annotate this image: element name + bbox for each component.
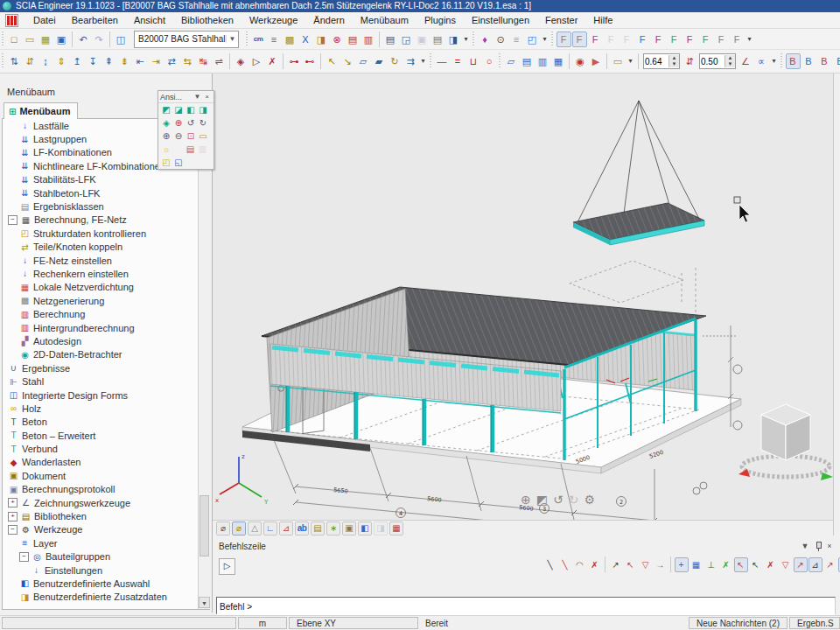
tree-item-label[interactable]: Werkzeuge (34, 524, 82, 535)
tree-item-label[interactable]: Ergebnisse (22, 363, 70, 374)
tree-item-label[interactable]: Integrierte Design Forms (22, 390, 128, 401)
tree-item[interactable]: ▥Berechnung (3, 307, 209, 320)
menu-hilfe[interactable]: Hilfe (585, 12, 620, 28)
scale-angle-icon[interactable]: ∠ (738, 53, 753, 69)
tree-item[interactable]: ▦Lokale Netzverdichtung (3, 281, 209, 294)
tree-item-label[interactable]: Bauteilgruppen (46, 551, 110, 562)
visibility-icon[interactable]: ◉ (573, 53, 588, 69)
tree-item[interactable]: −◎Bauteilgruppen (3, 550, 209, 564)
mesh-display-icon[interactable]: ∗ (326, 522, 340, 536)
label-beam-2-icon[interactable]: B (802, 53, 816, 69)
menu-einstellungen[interactable]: Einstellungen (464, 12, 537, 28)
orbit-tool-icon[interactable]: ↺ (553, 493, 564, 507)
close-icon[interactable]: × (823, 542, 836, 550)
select-by-property-icon[interactable]: ◈ (234, 53, 248, 69)
tree-item-label[interactable]: Benutzerdefinierte Zusatzdaten (33, 592, 167, 602)
scale-spinner-1[interactable]: ▲▼ (643, 53, 680, 69)
snap-mode-7-icon[interactable]: ↗ (823, 557, 837, 572)
render-mode-2-icon[interactable]: ◨ (374, 522, 388, 536)
snap-mode-6-icon[interactable]: ⊿ (808, 557, 822, 572)
undo-icon[interactable]: ↶ (76, 32, 91, 47)
tree-item[interactable]: −▦Berechnung, FE-Netz (3, 214, 209, 227)
status-messages-button[interactable]: Neue Nachrichten (2) (689, 617, 788, 629)
tree-item[interactable]: ⇊Stabilitäts-LFK (3, 173, 209, 186)
spin-down-icon[interactable]: ▼ (725, 61, 735, 67)
label-beam-4-icon[interactable]: B (833, 53, 840, 69)
draw-parallel-icon[interactable]: = (451, 53, 466, 69)
gallery-icon[interactable]: ▤ (430, 32, 445, 47)
copy-attr-3-icon[interactable]: ▥ (536, 53, 550, 69)
tree-item-label[interactable]: Wanderlasten (22, 457, 80, 467)
tree-item[interactable]: TBeton (3, 416, 209, 429)
tree-item-label[interactable]: Lastfälle (33, 121, 69, 131)
tree-item-label[interactable]: Stahl (22, 376, 44, 387)
tree-item-label[interactable]: Strukturdaten kontrollieren (33, 228, 146, 239)
chevron-down-icon[interactable]: ▼ (226, 35, 238, 43)
toolbar-grip[interactable] (2, 32, 4, 47)
more-icon[interactable]: ▾ (746, 32, 754, 47)
tree-item[interactable]: ↓Einstellungen (3, 564, 209, 577)
snap-mode-4-icon[interactable]: ▽ (779, 557, 793, 572)
light-icon[interactable]: ☼ (161, 144, 172, 155)
text-display-icon[interactable]: ab (295, 522, 309, 536)
hotkey-icon[interactable]: ♦ (478, 32, 493, 47)
tree-item[interactable]: +∠Zeichnungswerkzeuge (3, 496, 209, 509)
view-palette-header[interactable]: Ansi... ▼ × (158, 91, 214, 103)
link-icon[interactable]: ⊶ (287, 53, 302, 69)
tree-item[interactable]: ◫Integrierte Design Forms (3, 388, 209, 402)
view-flag-8-icon[interactable]: F (667, 32, 682, 47)
toolbar-grip[interactable] (2, 53, 4, 69)
menu-bibliotheken[interactable]: Bibliotheken (173, 12, 242, 28)
new-document-icon[interactable]: □ (7, 32, 22, 47)
connect-icon[interactable]: ⇌ (212, 53, 227, 69)
scale-spinner-1-input[interactable] (644, 57, 668, 66)
view-settings-icon[interactable]: ⚙ (584, 493, 595, 507)
tree-item-label[interactable]: Rechenkern einstellen (33, 269, 129, 279)
tree-item[interactable]: ▣Dokument (3, 469, 209, 482)
zoom-in-icon[interactable]: ⊕ (161, 130, 172, 142)
node-display-icon[interactable]: △ (248, 522, 262, 536)
tree-item-label[interactable]: Berechnung, FE-Netz (34, 214, 127, 225)
more-icon[interactable]: ▾ (541, 32, 550, 47)
copy-attr-1-icon[interactable]: ▱ (504, 53, 519, 69)
rotate-left-icon[interactable]: ↺ (186, 117, 197, 129)
chevron-down-icon[interactable]: ▼ (192, 93, 202, 101)
tree-item-label[interactable]: FE-Netz einstellen (33, 256, 112, 266)
surface-display-icon[interactable]: ▤ (311, 522, 325, 536)
clip-box-icon[interactable]: ◰ (161, 157, 172, 168)
snap-arc-icon[interactable]: ◠ (573, 557, 587, 572)
spin-up-icon[interactable]: ▲ (669, 55, 679, 61)
view-flag-11-icon[interactable]: F (714, 32, 729, 47)
clipboard-icon[interactable]: ◨ (314, 32, 329, 47)
menu-ndern[interactable]: Ändern (305, 12, 352, 28)
tree-item-label[interactable]: Benutzerdefinierte Auswahl (33, 578, 150, 589)
detached-roof-panel[interactable] (573, 101, 704, 245)
axes-display-icon[interactable]: ∟ (263, 522, 277, 536)
clip-off-icon[interactable]: ⌀ (216, 522, 230, 536)
tree-item[interactable]: ↓FE-Netz einstellen (3, 254, 209, 267)
draw-polyline-icon[interactable]: ⊔ (466, 53, 481, 69)
toolbar-grip[interactable] (472, 32, 474, 47)
node-tool-5-icon[interactable]: ↥ (70, 53, 85, 69)
tree-item[interactable]: TVerbund (3, 442, 209, 455)
view-flag-7-icon[interactable]: F (651, 32, 666, 47)
snap-line-icon[interactable]: ╲ (543, 557, 557, 572)
collapse-icon[interactable]: − (19, 552, 29, 562)
menu-ansicht[interactable]: Ansicht (126, 12, 173, 28)
more-icon[interactable]: ▾ (770, 53, 779, 69)
tree-item-label[interactable]: Stahlbeton-LFK (33, 188, 100, 199)
open-view-icon[interactable]: ▭ (198, 130, 209, 142)
tree-item-label[interactable]: Layer (33, 538, 58, 549)
tree-item[interactable]: −⚙Werkzeuge (3, 523, 209, 536)
align-icon[interactable]: ↹ (196, 53, 211, 69)
view-palette[interactable]: Ansi... ▼ × ◩◪◧◨◈⊕↺↻⊕⊖⊡▭☼▤▥◰◱ (158, 90, 214, 170)
menu-bearbeiten[interactable]: Bearbeiten (64, 12, 126, 28)
tree-item-label[interactable]: 2D-Daten-Betrachter (33, 349, 122, 360)
zoom-selection-icon[interactable]: ⊙ (494, 32, 508, 47)
snap-ortho-icon[interactable]: ⊥ (704, 557, 718, 572)
results-setup-icon[interactable]: ▥ (361, 32, 376, 47)
view-top-icon[interactable]: ◨ (198, 104, 209, 116)
view-flag-9-icon[interactable]: F (682, 32, 697, 47)
render-image-icon[interactable]: ▤ (185, 144, 196, 155)
view-front-icon[interactable]: ◩ (161, 104, 172, 116)
